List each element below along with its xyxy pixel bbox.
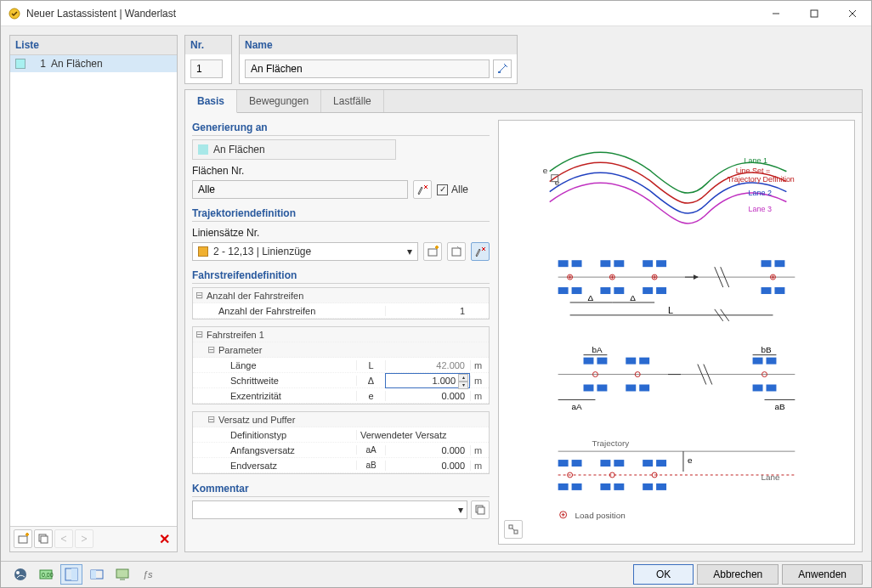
svg-point-123 — [16, 571, 20, 574]
svg-rect-75 — [584, 385, 594, 392]
pick-flaechen-button[interactable] — [413, 180, 432, 199]
exz-label: Exzentrizität — [229, 391, 356, 401]
flaechen-label: Flächen Nr. — [192, 165, 490, 177]
svg-rect-38 — [558, 287, 569, 294]
anzahl-label: Anzahl der Fahrstreifen — [217, 306, 356, 316]
svg-text:aB: aB — [774, 402, 785, 411]
delete-button[interactable]: ✕ — [155, 529, 173, 548]
row-versatz[interactable]: ⊟ Versatz und Puffer — [193, 412, 489, 427]
svg-rect-32 — [600, 260, 610, 267]
svg-text:0,00: 0,00 — [42, 572, 54, 578]
flaechen-input[interactable] — [192, 180, 408, 199]
svg-rect-37 — [774, 260, 784, 267]
row-fs1[interactable]: ⊟ Fahrstreifen 1 — [193, 327, 489, 342]
svg-rect-119 — [509, 525, 512, 529]
help-button[interactable] — [9, 564, 31, 585]
svg-text:Δ: Δ — [588, 293, 594, 302]
chevron-down-icon: ▾ — [407, 246, 412, 257]
endv-label: Endversatz — [229, 461, 356, 471]
apply-button[interactable]: Anwenden — [782, 564, 863, 585]
script-button[interactable]: ƒs — [137, 564, 159, 585]
copy-item-button[interactable] — [34, 529, 53, 548]
edit-lineset-button[interactable] — [447, 242, 466, 261]
kommentar-dropdown[interactable]: ▾ — [192, 500, 467, 519]
anfv-label: Anfangsversatz — [229, 445, 356, 455]
new-item-button[interactable] — [14, 529, 32, 548]
svg-rect-70 — [597, 358, 607, 365]
name-box: Name — [239, 35, 518, 84]
svg-rect-69 — [584, 358, 594, 365]
alle-checkbox[interactable]: ✓ Alle — [437, 184, 468, 195]
svg-text:Lane: Lane — [762, 472, 781, 482]
new-lineset-button[interactable] — [423, 242, 442, 261]
minimize-button[interactable] — [756, 1, 795, 26]
svg-text:Δ: Δ — [630, 293, 636, 302]
edit-name-button[interactable] — [493, 59, 512, 78]
kommentar-library-button[interactable] — [471, 500, 490, 519]
list-item[interactable]: 1 An Flächen — [10, 55, 177, 72]
liniensaetze-dropdown[interactable]: 2 - 12,13 | Linienzüge ▾ — [192, 242, 418, 261]
svg-text:Lane 1: Lane 1 — [745, 156, 767, 165]
list-header: Liste — [10, 36, 177, 55]
gen-swatch — [198, 144, 208, 155]
window-title: Neuer Lastassistent | Wanderlast — [26, 8, 756, 20]
nr-input[interactable] — [190, 59, 223, 78]
svg-rect-111 — [614, 483, 624, 490]
titlebar: Neuer Lastassistent | Wanderlast — [1, 1, 871, 26]
units-button[interactable]: 0,00 — [35, 564, 57, 585]
preview-tool-button[interactable] — [504, 520, 523, 539]
svg-text:Trajectory: Trajectory — [592, 438, 629, 448]
app-icon — [8, 7, 21, 20]
name-header: Name — [240, 36, 517, 54]
svg-text:Lane 3: Lane 3 — [749, 205, 772, 213]
svg-text:Line Set =: Line Set = — [736, 167, 771, 175]
section-trajektorie: Trajektoriendefinition — [192, 206, 490, 222]
anzahl-value[interactable]: 1 — [385, 306, 470, 316]
svg-rect-127 — [71, 568, 77, 580]
redo-button — [75, 529, 93, 548]
svg-rect-43 — [656, 287, 666, 294]
anfv-value[interactable]: 0.000 — [385, 445, 470, 455]
svg-rect-80 — [766, 385, 776, 392]
tab-lastfaelle[interactable]: Lastfälle — [321, 90, 384, 112]
svg-rect-5 — [19, 536, 27, 543]
svg-rect-20 — [478, 507, 484, 514]
schritt-input[interactable]: 1.000 ▴▾ — [385, 373, 470, 388]
view-mode-button[interactable] — [86, 564, 108, 585]
svg-rect-130 — [116, 569, 128, 578]
svg-rect-99 — [572, 460, 582, 466]
svg-text:bB: bB — [762, 345, 773, 354]
close-button[interactable] — [833, 1, 871, 26]
maximize-button[interactable] — [795, 1, 833, 26]
svg-rect-35 — [656, 260, 666, 267]
endv-value[interactable]: 0.000 — [385, 461, 470, 471]
svg-line-121 — [512, 529, 514, 530]
tab-bewegungen[interactable]: Bewegungen — [237, 90, 321, 112]
svg-point-122 — [14, 568, 26, 580]
row-anzahl-group[interactable]: ⊟ Anzahl der Fahrstreifen — [193, 288, 489, 303]
deftyp-value[interactable]: Verwendeter Versatz — [356, 430, 470, 440]
svg-rect-109 — [572, 483, 582, 490]
svg-text:bA: bA — [592, 345, 603, 354]
deftyp-label: Definitionstyp — [229, 430, 327, 440]
svg-rect-41 — [614, 287, 624, 294]
svg-rect-108 — [558, 483, 569, 490]
ok-button[interactable]: OK — [633, 564, 694, 585]
svg-rect-42 — [643, 287, 653, 294]
display-button[interactable] — [111, 564, 133, 585]
nr-box: Nr. — [184, 35, 232, 84]
tab-basis[interactable]: Basis — [185, 90, 237, 113]
svg-rect-113 — [656, 483, 666, 490]
name-input[interactable] — [245, 59, 490, 78]
cancel-button[interactable]: Abbrechen — [697, 564, 779, 585]
list-panel: Liste 1 An Flächen ✕ — [9, 35, 178, 552]
svg-rect-98 — [558, 460, 569, 466]
gen-field[interactable]: An Flächen — [192, 139, 396, 160]
svg-rect-129 — [91, 570, 96, 579]
svg-rect-74 — [766, 358, 776, 365]
spinner-icon[interactable]: ▴▾ — [458, 374, 468, 389]
row-parameter[interactable]: ⊟ Parameter — [193, 342, 489, 358]
pick-lineset-button[interactable] — [471, 242, 490, 261]
show-preview-button[interactable] — [60, 564, 82, 585]
exz-value[interactable]: 0.000 — [385, 391, 470, 401]
